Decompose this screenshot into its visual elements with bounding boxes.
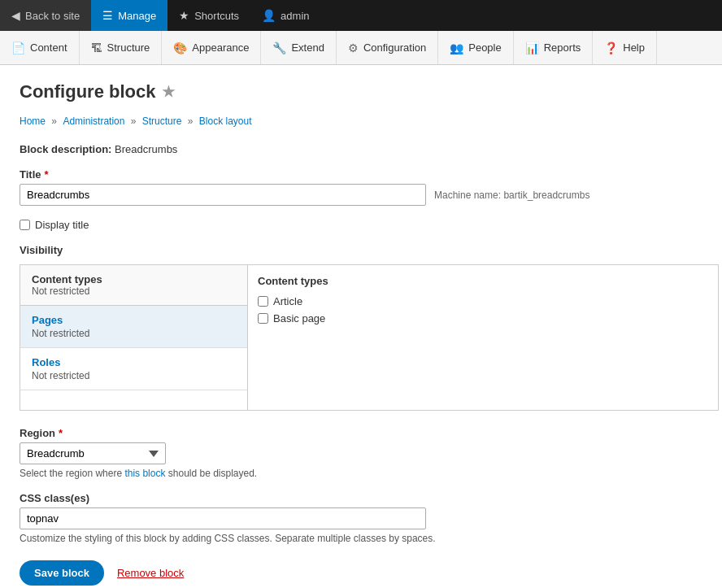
basic-page-checkbox[interactable] — [258, 313, 268, 324]
reports-icon: 📊 — [525, 41, 539, 54]
basic-page-checkbox-row: Basic page — [258, 312, 708, 324]
people-icon: 👥 — [450, 41, 463, 54]
vis-content-types-header: Content types Not restricted — [20, 265, 247, 306]
visibility-section: Visibility Content types Not restricted … — [20, 244, 702, 411]
display-title-label[interactable]: Display title — [35, 219, 89, 231]
admin-icon: 👤 — [262, 9, 276, 22]
vis-pages-sub: Not restricted — [32, 328, 236, 339]
css-input[interactable] — [20, 507, 426, 529]
structure-icon: 🏗 — [91, 41, 102, 54]
breadcrumb-block-layout[interactable]: Block layout — [199, 115, 252, 127]
manage-button[interactable]: ☰ Manage — [91, 0, 167, 31]
save-block-button[interactable]: Save block — [20, 560, 104, 586]
visibility-right-panel: Content types Article Basic page — [248, 265, 718, 410]
region-help-text: Select the region where this block shoul… — [20, 468, 702, 479]
css-label: CSS class(es) — [20, 492, 702, 504]
menu-item-appearance[interactable]: 🎨 Appearance — [162, 31, 261, 64]
display-title-checkbox[interactable] — [20, 220, 30, 230]
page-content: Configure block ★ Home » Administration … — [0, 65, 722, 588]
shortcuts-icon: ★ — [179, 9, 189, 22]
vis-pages-title: Pages — [32, 314, 236, 326]
form-actions: Save block Remove block — [20, 560, 702, 586]
region-required: * — [59, 427, 63, 439]
basic-page-label[interactable]: Basic page — [273, 312, 325, 324]
menu-item-extend[interactable]: 🔧 Extend — [261, 31, 336, 64]
admin-menu: 📄 Content 🏗 Structure 🎨 Appearance 🔧 Ext… — [0, 31, 722, 65]
menu-item-help[interactable]: ❓ Help — [593, 31, 657, 64]
vis-content-types-title: Content types — [32, 273, 236, 285]
css-form-item: CSS class(es) Customize the styling of t… — [20, 492, 702, 544]
region-select[interactable]: Breadcrumb Header Primary menu Secondary… — [20, 442, 166, 464]
this-block-link[interactable]: this block — [124, 468, 165, 479]
region-label: Region * — [20, 427, 702, 439]
breadcrumb-home[interactable]: Home — [20, 115, 46, 127]
article-label[interactable]: Article — [273, 295, 302, 307]
breadcrumb-structure[interactable]: Structure — [142, 115, 182, 127]
configuration-icon: ⚙ — [348, 41, 359, 54]
content-icon: 📄 — [11, 41, 25, 54]
css-help-text: Customize the styling of this block by a… — [20, 533, 702, 544]
machine-name-label: Machine name: bartik_breadcrumbs — [434, 189, 589, 201]
visibility-left-panel: Content types Not restricted Pages Not r… — [20, 265, 248, 410]
bookmark-star-icon[interactable]: ★ — [162, 83, 175, 101]
vis-content-types-sub: Not restricted — [32, 285, 236, 297]
extend-icon: 🔧 — [272, 41, 286, 54]
region-form-item: Region * Breadcrumb Header Primary menu … — [20, 427, 702, 479]
back-icon: ◀ — [11, 9, 20, 22]
vis-roles-item[interactable]: Roles Not restricted — [20, 348, 247, 390]
visibility-title: Visibility — [20, 244, 702, 256]
manage-icon: ☰ — [102, 9, 113, 22]
shortcuts-button[interactable]: ★ Shortcuts — [167, 0, 250, 31]
breadcrumb-admin[interactable]: Administration — [63, 115, 124, 127]
title-input[interactable] — [20, 184, 426, 206]
vis-pages-item[interactable]: Pages Not restricted — [20, 306, 247, 348]
menu-item-content[interactable]: 📄 Content — [0, 31, 80, 64]
article-checkbox[interactable] — [258, 296, 268, 307]
right-panel-title: Content types — [258, 275, 708, 287]
admin-button[interactable]: 👤 admin — [250, 0, 320, 31]
region-select-row: Breadcrumb Header Primary menu Secondary… — [20, 442, 702, 464]
breadcrumb: Home » Administration » Structure » Bloc… — [20, 115, 702, 127]
help-icon: ❓ — [604, 41, 618, 54]
page-title-row: Configure block ★ — [20, 81, 702, 102]
remove-block-button[interactable]: Remove block — [117, 567, 184, 579]
page-title: Configure block — [20, 81, 155, 102]
menu-item-configuration[interactable]: ⚙ Configuration — [337, 31, 438, 64]
menu-item-reports[interactable]: 📊 Reports — [514, 31, 594, 64]
title-form-item: Title * Machine name: bartik_breadcrumbs — [20, 168, 702, 206]
article-checkbox-row: Article — [258, 295, 708, 307]
title-label: Title * — [20, 168, 702, 181]
appearance-icon: 🎨 — [173, 41, 187, 54]
vis-roles-title: Roles — [32, 356, 236, 368]
menu-item-structure[interactable]: 🏗 Structure — [80, 31, 163, 64]
required-indicator: * — [45, 168, 49, 181]
block-description: Block description: Breadcrumbs — [20, 143, 702, 155]
menu-item-people[interactable]: 👥 People — [438, 31, 513, 64]
back-to-site-button[interactable]: ◀ Back to site — [0, 0, 91, 31]
display-title-row: Display title — [20, 219, 702, 231]
visibility-table: Content types Not restricted Pages Not r… — [20, 264, 719, 411]
title-row: Machine name: bartik_breadcrumbs — [20, 184, 702, 206]
top-bar: ◀ Back to site ☰ Manage ★ Shortcuts 👤 ad… — [0, 0, 722, 31]
vis-roles-sub: Not restricted — [32, 370, 236, 381]
